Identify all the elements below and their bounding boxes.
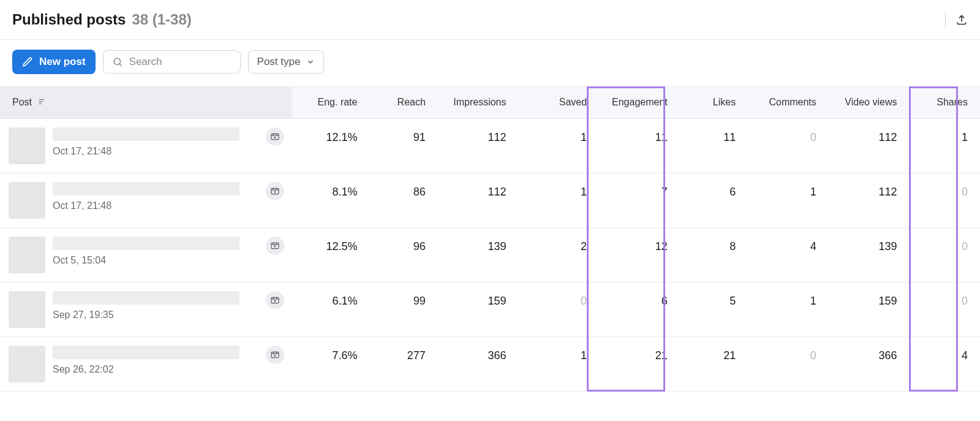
cell: 6 — [676, 173, 744, 227]
cell: 99 — [366, 282, 434, 336]
cell: 112 — [825, 118, 906, 173]
cell: 0 — [514, 282, 595, 336]
table-row[interactable]: Sep 26, 22:027.6%2773661212103664 — [0, 336, 980, 391]
cell: 91 — [366, 118, 434, 173]
svg-rect-1 — [271, 134, 279, 139]
cell: 159 — [825, 282, 906, 336]
cell: 1 — [744, 282, 825, 336]
post-cell: Oct 17, 21:48 — [0, 173, 292, 227]
col-engagement[interactable]: Engagement — [595, 87, 676, 119]
cell: 0 — [905, 227, 980, 282]
post-title-placeholder — [53, 346, 239, 359]
post-thumbnail[interactable] — [9, 291, 45, 328]
svg-rect-2 — [271, 188, 279, 194]
table-header-row: Post Eng. rate Reach Impressions Saved E… — [0, 87, 980, 119]
cell: 0 — [905, 173, 980, 227]
pencil-icon — [22, 56, 33, 67]
post-date: Sep 26, 22:02 — [53, 364, 252, 375]
table-row[interactable]: Oct 17, 21:488.1%8611217611120 — [0, 173, 980, 227]
cell: 0 — [905, 282, 980, 336]
cell: 112 — [825, 173, 906, 227]
cell: 7 — [595, 173, 676, 227]
toolbar: New post Post type — [0, 40, 980, 86]
cell: 1 — [514, 118, 595, 173]
cell: 21 — [595, 336, 676, 391]
cell: 12.1% — [292, 118, 366, 173]
video-type-icon — [266, 182, 284, 200]
post-cell: Oct 17, 21:48 — [0, 118, 292, 173]
cell: 1 — [905, 118, 980, 173]
cell: 11 — [676, 118, 744, 173]
video-type-icon — [266, 346, 284, 364]
cell: 366 — [825, 336, 906, 391]
post-date: Oct 17, 21:48 — [53, 200, 252, 211]
cell: 5 — [676, 282, 744, 336]
cell: 112 — [434, 173, 515, 227]
table-row[interactable]: Sep 27, 19:356.1%9915906511590 — [0, 282, 980, 336]
post-title-placeholder — [53, 182, 239, 195]
cell: 159 — [434, 282, 515, 336]
table-row[interactable]: Oct 17, 21:4812.1%911121111101121 — [0, 118, 980, 173]
cell: 2 — [514, 227, 595, 282]
post-date: Sep 27, 19:35 — [53, 309, 252, 320]
cell: 1 — [514, 336, 595, 391]
new-post-label: New post — [39, 56, 86, 68]
video-type-icon — [266, 237, 284, 255]
post-thumbnail[interactable] — [9, 237, 45, 273]
search-input[interactable] — [129, 56, 232, 68]
cell: 6.1% — [292, 282, 366, 336]
svg-point-0 — [114, 58, 121, 65]
cell: 21 — [676, 336, 744, 391]
col-eng-rate[interactable]: Eng. rate — [292, 87, 366, 119]
cell: 12.5% — [292, 227, 366, 282]
cell: 8 — [676, 227, 744, 282]
cell: 1 — [514, 173, 595, 227]
export-button[interactable] — [956, 13, 968, 26]
post-date: Oct 5, 15:04 — [53, 255, 252, 266]
col-shares[interactable]: Shares — [905, 87, 980, 119]
col-comments[interactable]: Comments — [744, 87, 825, 119]
new-post-button[interactable]: New post — [12, 50, 96, 74]
post-thumbnail[interactable] — [9, 182, 45, 219]
cell: 7.6% — [292, 336, 366, 391]
cell: 96 — [366, 227, 434, 282]
cell: 366 — [434, 336, 515, 391]
chevron-down-icon — [306, 58, 315, 66]
cell: 86 — [366, 173, 434, 227]
cell: 0 — [744, 118, 825, 173]
cell: 139 — [825, 227, 906, 282]
cell: 11 — [595, 118, 676, 173]
post-type-select[interactable]: Post type — [248, 50, 325, 74]
col-post[interactable]: Post — [0, 87, 292, 119]
post-cell: Sep 26, 22:02 — [0, 336, 292, 391]
post-date: Oct 17, 21:48 — [53, 146, 252, 157]
sort-icon — [38, 97, 47, 108]
post-thumbnail[interactable] — [9, 127, 45, 164]
table-row[interactable]: Oct 5, 15:0412.5%96139212841390 — [0, 227, 980, 282]
post-cell: Sep 27, 19:35 — [0, 282, 292, 336]
col-saved[interactable]: Saved — [514, 87, 595, 119]
page-title-count: 38 (1-38) — [132, 11, 191, 28]
svg-rect-5 — [271, 352, 279, 357]
col-likes[interactable]: Likes — [676, 87, 744, 119]
post-thumbnail[interactable] — [9, 346, 45, 382]
posts-table: Post Eng. rate Reach Impressions Saved E… — [0, 86, 980, 392]
post-type-label: Post type — [257, 56, 301, 68]
col-impressions[interactable]: Impressions — [434, 87, 515, 119]
upload-icon — [956, 13, 968, 26]
cell: 12 — [595, 227, 676, 282]
post-title-placeholder — [53, 127, 239, 141]
svg-rect-3 — [271, 243, 279, 248]
page-title: Published posts — [12, 11, 126, 28]
post-title-placeholder — [53, 237, 239, 250]
video-type-icon — [266, 127, 284, 146]
post-cell: Oct 5, 15:04 — [0, 227, 292, 282]
table-wrap: Post Eng. rate Reach Impressions Saved E… — [0, 86, 980, 392]
svg-rect-4 — [271, 297, 279, 303]
cell: 1 — [744, 173, 825, 227]
col-reach[interactable]: Reach — [366, 87, 434, 119]
col-video-views[interactable]: Video views — [825, 87, 906, 119]
divider — [945, 12, 946, 27]
search-box[interactable] — [103, 50, 241, 74]
cell: 4 — [905, 336, 980, 391]
